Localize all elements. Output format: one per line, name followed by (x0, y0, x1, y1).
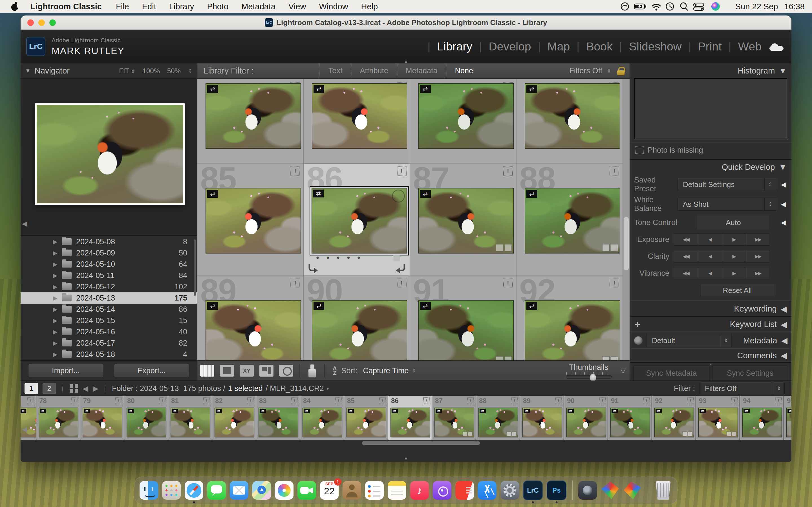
folder-disclosure-icon[interactable]: ▶ (53, 317, 57, 324)
dock-app-icon[interactable] (572, 481, 573, 500)
filmstrip-thumbnail[interactable]: ⇄ (83, 407, 122, 438)
menu-item[interactable]: Window (319, 2, 348, 11)
navigator-header[interactable]: ▼ Navigator FIT ⇕ 100% 50% ⇕ (20, 63, 197, 78)
zoom-fit-button[interactable]: FIT ⇕ (119, 67, 135, 75)
rotate-left-icon[interactable] (307, 263, 319, 274)
filmstrip-thumbnail[interactable]: ⇄ (259, 407, 298, 438)
filmstrip-cell[interactable]: 82 ! ⇄ (212, 396, 256, 440)
menu-item[interactable]: File (116, 2, 129, 11)
grid-cell[interactable]: 90 ! ⇄ ••••• (304, 276, 410, 360)
status-dropdown-icon[interactable]: ▾ (326, 386, 329, 391)
missing-photo-badge[interactable]: ! (511, 397, 518, 404)
stepper-big-minus[interactable]: ◀◀ (674, 267, 698, 279)
filmstrip-thumbnail[interactable]: ⇄ (391, 407, 430, 438)
navigator-preview-image[interactable] (35, 103, 185, 205)
photo-thumbnail[interactable]: ⇄ (312, 83, 407, 149)
zoom-50-button[interactable]: 50% (167, 67, 181, 75)
module-tab[interactable]: Develop (489, 40, 531, 53)
dock-app-icon[interactable] (162, 481, 181, 500)
dock-app-icon[interactable] (275, 481, 294, 500)
filmstrip-folder-label[interactable]: Folder : 2024-05-13 (112, 384, 179, 393)
filter-tab[interactable]: Attribute (351, 63, 397, 78)
rotate-badge-icon[interactable]: ⇄ (526, 190, 537, 198)
missing-photo-badge[interactable]: ! (397, 279, 407, 288)
rotate-badge-icon[interactable]: ⇄ (313, 189, 324, 198)
navigator-collapse-icon[interactable]: ▼ (25, 68, 31, 74)
folder-disclosure-icon[interactable]: ▶ (53, 249, 57, 256)
filmstrip-cell[interactable]: 91 ! ⇄ (608, 396, 652, 440)
filmstrip-cell[interactable]: 80 ! ⇄ (124, 396, 168, 440)
add-keyword-icon[interactable]: + (635, 319, 641, 330)
compare-view-icon[interactable]: XY (240, 365, 254, 377)
filmstrip-cell[interactable]: 94 ! ⇄ (740, 396, 783, 440)
photo-thumbnail[interactable]: ⇄ (418, 188, 514, 253)
folder-disclosure-icon[interactable]: ▶ (53, 238, 57, 245)
next-photo-icon[interactable]: ▶ (93, 384, 98, 393)
missing-photo-badge[interactable]: ! (610, 166, 619, 176)
filmstrip-thumbnail[interactable]: ⇄ (478, 407, 518, 438)
filmstrip-cell[interactable]: 89 ! ⇄ (520, 396, 564, 440)
painter-tool-icon[interactable] (308, 364, 316, 378)
menu-app-name[interactable]: Lightroom Classic (31, 2, 102, 11)
import-button[interactable]: Import... (28, 363, 104, 378)
dock-app-icon[interactable] (601, 481, 619, 500)
loupe-view-icon[interactable] (220, 365, 234, 377)
sort-dropdown-icon[interactable]: ⇕ (412, 368, 416, 374)
missing-photo-badge[interactable]: ! (71, 397, 78, 404)
dock-app-icon[interactable] (648, 481, 648, 500)
sync-settings-button[interactable]: Sync Settings (712, 365, 788, 381)
previous-photo-icon[interactable]: ◀ (83, 384, 88, 393)
filmstrip-scrollbar-thumb[interactable] (362, 441, 480, 445)
rotate-badge-icon[interactable]: ⇄ (207, 302, 218, 310)
metadata-preset-dropdown[interactable]: Default ⇕ (647, 334, 732, 347)
filmstrip-thumbnail[interactable]: ⇄ (522, 407, 562, 438)
zoom-100-button[interactable]: 100% (142, 67, 160, 75)
filmstrip-thumbnail[interactable]: ⇄ (566, 407, 606, 438)
close-window-button[interactable] (28, 19, 34, 26)
thumbnail-badge[interactable] (393, 255, 400, 262)
folder-row[interactable]: ▶ 2024-05-08 8 (20, 236, 197, 247)
filmstrip-thumbnail[interactable]: ⇄ (786, 407, 792, 438)
dock-app-icon[interactable] (297, 481, 316, 500)
window-title-bar[interactable]: LrC Lightroom Catalog-v13-3.lrcat - Adob… (20, 15, 792, 30)
dock-app-icon[interactable] (500, 481, 519, 500)
module-tab[interactable]: Slideshow (629, 40, 681, 53)
filter-lock-icon[interactable] (617, 67, 624, 75)
dock-app-icon[interactable] (230, 481, 248, 500)
photo-thumbnail[interactable]: ⇄ (418, 300, 514, 360)
keywording-header[interactable]: Keywording ◀ (630, 301, 792, 316)
minimize-window-button[interactable] (38, 19, 45, 26)
photo-badges[interactable] (602, 244, 618, 251)
stepper-minus[interactable]: ◀ (698, 250, 722, 262)
vibrance-stepper[interactable]: ◀◀ ◀ ▶ ▶▶ (674, 267, 770, 279)
sync-metadata-button[interactable]: Sync Metadata (633, 365, 709, 381)
rotate-badge-icon[interactable]: ⇄ (420, 302, 431, 310)
stepper-minus[interactable]: ◀ (698, 267, 722, 279)
stepper-big-plus[interactable]: ▶▶ (746, 233, 770, 245)
folder-row[interactable]: ▶ 2024-05-10 64 (20, 259, 197, 270)
module-tab[interactable]: Print (698, 40, 721, 53)
filters-off-dropdown[interactable]: Filters Off (569, 66, 602, 75)
grid-cell[interactable]: ! ⇄ ••••• (516, 79, 623, 164)
sort-direction-icon[interactable]: AZ (333, 366, 337, 375)
filmstrip-filter-dropdown[interactable]: Filters Off ⇕ (700, 382, 784, 395)
grid-cell[interactable]: ! ⇄ ••••• (197, 79, 304, 164)
grid-cell[interactable]: 85 ! ⇄ ••••• (197, 164, 304, 276)
keyword-list-collapse-icon[interactable]: ◀ (781, 320, 787, 329)
dock-app-icon[interactable] (455, 481, 474, 500)
sort-value-dropdown[interactable]: Capture Time (363, 367, 409, 375)
photo-thumbnail[interactable]: ⇄ (525, 83, 620, 149)
missing-photo-badge[interactable]: ! (203, 397, 210, 404)
folder-row[interactable]: ▶ 2024-05-18 4 (20, 349, 197, 360)
folder-row[interactable]: ▶ 2024-05-16 40 (20, 326, 197, 337)
grid-cell[interactable]: 89 ! ⇄ ••••• (197, 276, 304, 360)
folder-row[interactable]: ▶ 2024-05-12 102 (20, 281, 197, 292)
menu-item[interactable]: Help (361, 2, 378, 11)
missing-photo-badge[interactable]: ! (423, 397, 430, 404)
filmstrip-cell[interactable]: 95 ! ⇄ (784, 396, 792, 440)
module-tab[interactable]: Book (586, 40, 612, 53)
grid-cell[interactable]: 92 ! ⇄ ••••• (516, 276, 623, 360)
photo-badges[interactable] (602, 356, 618, 360)
filmstrip-thumbnail[interactable]: ⇄ (742, 407, 782, 438)
filmstrip-thumbnail[interactable]: ⇄ (170, 407, 210, 438)
